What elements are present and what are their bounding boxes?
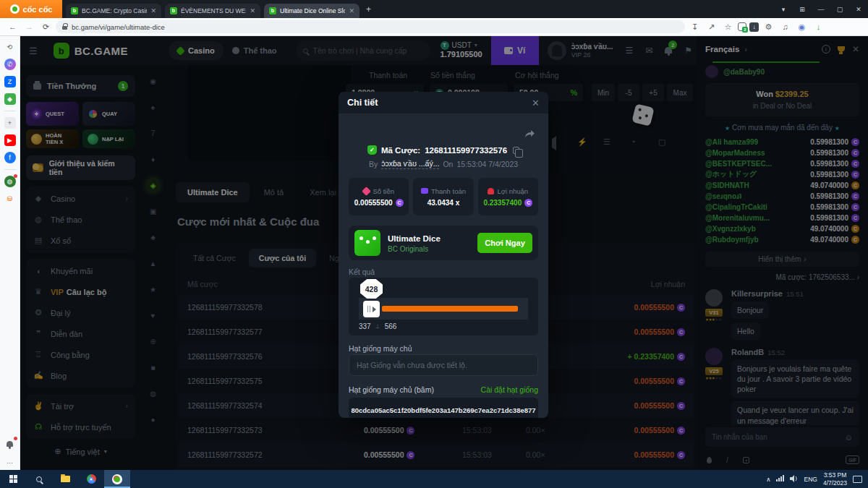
- browser-toolbar: ← → ⟳ bc.game/vi/game/ultimate-dice ↧ ↗ …: [0, 18, 868, 36]
- play-now-button[interactable]: Chơi Ngay: [477, 233, 532, 253]
- language-indicator[interactable]: ENG: [804, 476, 817, 483]
- server-seed-field[interactable]: Hạt Giống vẫn chưa được tiết lộ.: [349, 354, 538, 376]
- browser-tab-1[interactable]: b BC.GAME: Crypto Casino Gam ✕: [66, 4, 161, 18]
- back-button[interactable]: ←: [6, 22, 20, 31]
- tab-label: BC.GAME: Crypto Casino Gam: [82, 7, 147, 14]
- value: 0.00555500: [354, 199, 393, 207]
- bet-datetime: 15:53:04 7/4/2023: [456, 160, 518, 168]
- games-icon[interactable]: ◆: [4, 93, 16, 105]
- chrome-icon[interactable]: [78, 470, 104, 488]
- reload-button[interactable]: ⟳: [39, 22, 53, 32]
- action-center-icon[interactable]: [853, 476, 862, 483]
- add-shortcut-icon[interactable]: +: [4, 117, 16, 129]
- ultimate-dice-icon: [354, 230, 380, 256]
- zalo-icon[interactable]: Z: [4, 76, 16, 87]
- facebook-icon[interactable]: f: [4, 152, 16, 163]
- new-tab-button[interactable]: +: [366, 4, 371, 14]
- bcgame-favicon: b: [170, 7, 177, 14]
- stat-amount: Số tiền 0.00555500C: [349, 178, 409, 215]
- game-card: Ultimate Dice BC Originals Chơi Ngay: [349, 226, 538, 260]
- share-icon[interactable]: ↗: [705, 22, 718, 32]
- slider-handle[interactable]: [363, 301, 380, 317]
- label: Số tiền: [373, 187, 394, 195]
- browser-tab-2[interactable]: b ÉVÈNEMENTS DU WEEK-END ✕: [165, 4, 260, 18]
- brand-label: cốc cốc: [23, 5, 53, 14]
- close-tab-icon[interactable]: ✕: [349, 7, 354, 14]
- divider: [4, 169, 16, 170]
- forward-button[interactable]: →: [22, 22, 36, 31]
- by-label: By: [369, 160, 378, 168]
- profile-icon[interactable]: ◉: [795, 22, 809, 32]
- bookmark-star-icon[interactable]: ☆: [721, 22, 735, 32]
- copy-icon[interactable]: [513, 147, 519, 154]
- coccoc-taskbar-icon[interactable]: [104, 470, 130, 488]
- bet-username[interactable]: ɔ̀ɔxɓa ѵầʊ ...ấý...: [381, 159, 439, 169]
- close-tab-icon[interactable]: ✕: [250, 7, 255, 14]
- bet-id-line: ✓ Mã Cược: 126811159977332576: [339, 145, 548, 155]
- maximize-button[interactable]: ▢: [830, 0, 849, 18]
- url-text: bc.game/vi/game/ultimate-dice: [72, 23, 165, 31]
- browser-tabstrip: cốc cốc b BC.GAME: Crypto Casino Gam ✕ b…: [0, 0, 868, 18]
- youtube-icon[interactable]: ▶: [4, 134, 16, 146]
- seed-hash-field[interactable]: 80cdca05ac5c1f20bdf5fe203a147b269c7ea2c7…: [349, 398, 538, 418]
- football-icon[interactable]: ◍: [4, 176, 16, 187]
- url-bar[interactable]: bc.game/vi/game/ultimate-dice: [56, 20, 685, 33]
- on-label: On: [443, 160, 453, 168]
- payout-icon: [421, 188, 428, 194]
- label: Lợi nhuận: [497, 187, 528, 195]
- bet-meta-line: By ɔ̀ɔxɓa ѵầʊ ...ấý... On 15:53:04 7/4/2…: [339, 159, 548, 169]
- label: Thanh toán: [431, 187, 466, 195]
- messenger-icon[interactable]: ✆: [4, 59, 16, 70]
- network-icon[interactable]: [776, 475, 784, 483]
- bet-details-modal: Chi tiết ✕ ✓ Mã Cược: 126811159977332576…: [339, 92, 548, 418]
- workspace-icon[interactable]: ⊞: [793, 0, 812, 18]
- adblock-shield-icon[interactable]: 2: [738, 22, 746, 31]
- stat-payout: Thanh toán 43.0434 x: [413, 178, 473, 215]
- coccoc-brand-button[interactable]: cốc cốc: [0, 0, 62, 18]
- tab-label: ÉVÈNEMENTS DU WEEK-END: [181, 7, 246, 14]
- browser-tab-3-active[interactable]: b Ultimate Dice Online Slot - P ✕: [264, 4, 359, 18]
- range-low: 337: [359, 322, 371, 330]
- minimize-button[interactable]: —: [812, 0, 830, 18]
- volume-icon[interactable]: [790, 475, 798, 484]
- extensions-icon[interactable]: ⚙: [762, 22, 775, 32]
- window-controls: ▾ ⊞ — ▢ ✕: [774, 0, 868, 18]
- tab-search-icon[interactable]: ▾: [774, 0, 793, 18]
- adblock-badge: 2: [742, 27, 748, 33]
- modal-title: Chi tiết: [347, 98, 378, 108]
- close-modal-icon[interactable]: ✕: [532, 98, 540, 108]
- more-icon[interactable]: …: [4, 455, 16, 467]
- save-page-icon[interactable]: ↧: [688, 22, 702, 32]
- history-icon[interactable]: ⟲: [4, 41, 16, 53]
- windows-taskbar: ∧ ENG 3:53 PM 4/7/2023: [0, 470, 868, 488]
- shopping-icon[interactable]: ⛁: [4, 193, 16, 205]
- taskbar-tray: ∧ ENG 3:53 PM 4/7/2023: [766, 471, 868, 486]
- media-icon[interactable]: ♫: [778, 22, 792, 31]
- lock-icon: [62, 26, 67, 30]
- range-high: 566: [385, 322, 397, 330]
- amount-icon: [362, 187, 372, 196]
- value: 43.0434 x: [427, 199, 460, 207]
- download-manager-icon[interactable]: ↓: [749, 22, 759, 32]
- game-provider[interactable]: BC Originals: [388, 245, 441, 253]
- coccoc-logo-icon: [10, 4, 20, 14]
- downloads-done-icon[interactable]: ↓: [812, 22, 825, 31]
- taskbar-search-icon[interactable]: [26, 470, 52, 488]
- clock[interactable]: 3:53 PM 4/7/2023: [823, 471, 847, 486]
- start-button[interactable]: [0, 470, 26, 488]
- result-label: Kết quả: [349, 267, 375, 276]
- tab-label: Ultimate Dice Online Slot - P: [280, 7, 345, 14]
- notifications-bell-icon[interactable]: [4, 438, 16, 450]
- verified-icon: ✓: [367, 145, 377, 155]
- seed-settings-link[interactable]: Cài đặt hạt giống: [481, 385, 538, 394]
- screen: cốc cốc b BC.GAME: Crypto Casino Gam ✕ b…: [0, 0, 868, 488]
- file-explorer-icon[interactable]: [52, 470, 78, 488]
- share-icon[interactable]: [524, 128, 535, 141]
- bcgame-favicon: b: [269, 7, 276, 14]
- stat-profit: Lợi nhuận 0.23357400C: [478, 178, 538, 215]
- tray-expand-icon[interactable]: ∧: [766, 476, 770, 483]
- close-window-button[interactable]: ✕: [849, 0, 868, 18]
- seed-hash-label: Hạt giống máy chủ (băm): [349, 385, 434, 394]
- close-tab-icon[interactable]: ✕: [150, 7, 156, 14]
- game-name: Ultimate Dice: [388, 233, 441, 245]
